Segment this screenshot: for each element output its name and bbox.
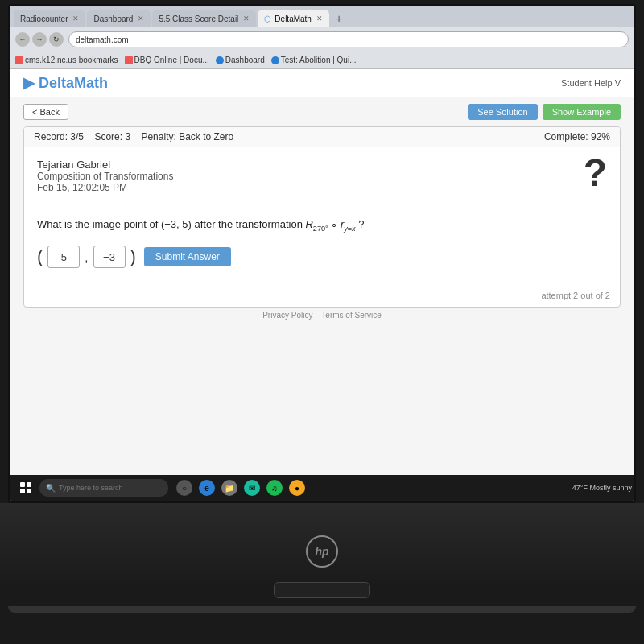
answer-area: ( 5 , −3 ) Submit Answer — [37, 246, 607, 268]
address-bar-row: ← → ↻ deltamath.com — [10, 27, 634, 52]
record-bar: Record: 3/5 Score: 3 Penalty: Back to Ze… — [24, 127, 620, 147]
tab-bar: Radiocounter ✕ Dashboard ✕ 5.5 Class Sco… — [10, 6, 634, 27]
show-example-button[interactable]: Show Example — [543, 104, 621, 120]
paren-left: ( — [37, 246, 43, 267]
penalty-value: Penalty: Back to Zero — [141, 131, 233, 142]
weather-text: 47°F Mostly sunny — [572, 484, 632, 492]
logo-delta: ▶ — [23, 75, 39, 91]
bookmark-test[interactable]: Test: Abolition | Qui... — [271, 56, 357, 64]
help-icon[interactable]: ? — [584, 151, 607, 200]
taskbar-browser-icon[interactable]: e — [199, 480, 215, 496]
answer-val-2: −3 — [103, 251, 115, 263]
action-buttons: See Solution Show Example — [468, 104, 621, 120]
tab-deltamath[interactable]: ⬡ DeltaMath ✕ — [258, 10, 329, 27]
start-button[interactable] — [17, 479, 35, 497]
taskbar-icons: ○ e 📁 ✉ ♫ ● — [176, 480, 305, 496]
answer-box-y[interactable]: −3 — [93, 246, 126, 268]
attempt-text: attempt 2 out of 2 — [24, 287, 620, 307]
question-text-pre: What is the image point of (−3, 5) after… — [37, 218, 305, 230]
tab-class-score[interactable]: 5.5 Class Score Detail ✕ — [152, 10, 256, 27]
bookmark-label: Dashboard — [225, 56, 265, 64]
taskbar-mail-icon[interactable]: ✉ — [244, 480, 260, 496]
touchpad[interactable] — [274, 582, 370, 598]
top-actions-row: < Back See Solution Show Example — [23, 104, 621, 120]
bookmark-label: DBQ Online | Docu... — [134, 56, 209, 64]
problem-divider — [37, 208, 607, 208]
tab-favicon: ⬡ — [264, 14, 271, 23]
student-help-link[interactable]: Student Help V — [561, 78, 621, 88]
laptop-bottom-edge — [8, 606, 636, 613]
taskbar-search-input[interactable] — [59, 484, 155, 492]
tab-close-icon[interactable]: ✕ — [138, 14, 144, 23]
problem-card: Record: 3/5 Score: 3 Penalty: Back to Ze… — [23, 126, 621, 308]
bookmark-dbq[interactable]: DBQ Online | Docu... — [125, 56, 209, 64]
windows-pane — [20, 489, 25, 493]
logo-text: DeltaMath — [39, 75, 108, 91]
bookmark-cms[interactable]: cms.k12.nc.us bookmarks — [15, 56, 118, 64]
windows-pane — [20, 482, 25, 487]
complete-text: Complete: 92% — [544, 131, 610, 142]
page-content: ▶ DeltaMath Student Help V < Back See So… — [10, 69, 634, 475]
problem-question: What is the image point of (−3, 5) after… — [37, 217, 607, 234]
back-button[interactable]: < Back — [23, 104, 68, 120]
windows-pane — [27, 482, 31, 487]
privacy-link[interactable]: Privacy Policy — [262, 311, 312, 320]
see-solution-button[interactable]: See Solution — [468, 104, 537, 120]
address-text: deltamath.com — [76, 35, 129, 44]
windows-icon — [20, 482, 31, 493]
site-logo: ▶ DeltaMath — [23, 74, 108, 92]
tab-dashboard[interactable]: Dashboard ✕ — [87, 10, 151, 27]
new-tab-button[interactable]: + — [331, 10, 347, 27]
hp-logo: hp — [306, 535, 338, 568]
bookmarks-bar: cms.k12.nc.us bookmarks DBQ Online | Doc… — [10, 52, 634, 69]
transformation-notation: R270° ∘ ry=x — [305, 218, 358, 230]
answer-box-x[interactable]: 5 — [47, 246, 80, 268]
record-value: Record: 3/5 — [34, 131, 84, 142]
paren-right: ) — [130, 246, 136, 267]
site-header: ▶ DeltaMath Student Help V — [10, 69, 634, 97]
student-help-text: Student Help V — [561, 78, 621, 88]
bookmark-icon — [216, 56, 224, 64]
submit-answer-button[interactable]: Submit Answer — [144, 247, 231, 266]
taskbar-cortana-icon[interactable]: ○ — [176, 480, 192, 496]
laptop-base: hp — [0, 503, 644, 644]
tab-label: 5.5 Class Score Detail — [159, 14, 238, 23]
tab-label: DeltaMath — [275, 14, 312, 23]
score-value: Score: 3 — [94, 131, 130, 142]
taskbar-search[interactable]: 🔍 — [39, 479, 168, 497]
terms-link[interactable]: Terms of Service — [321, 311, 381, 320]
problem-body: Tejarian Gabriel Composition of Transfor… — [24, 147, 620, 287]
tab-close-icon[interactable]: ✕ — [243, 14, 250, 23]
tab-radiocounter[interactable]: Radiocounter ✕ — [14, 10, 85, 27]
windows-pane — [27, 489, 31, 493]
student-info: Tejarian Gabriel Composition of Transfor… — [37, 159, 173, 193]
taskbar-app-icon[interactable]: ● — [289, 480, 305, 496]
back-nav-button[interactable]: ← — [15, 32, 30, 47]
tab-close-icon[interactable]: ✕ — [316, 14, 323, 23]
answer-val-1: 5 — [61, 251, 67, 263]
student-name: Tejarian Gabriel — [37, 159, 173, 171]
main-content: < Back See Solution Show Example Record:… — [10, 97, 634, 475]
bookmark-icon — [125, 56, 133, 64]
taskbar-right: 47°F Mostly sunny — [572, 484, 632, 492]
address-bar[interactable]: deltamath.com — [68, 31, 629, 47]
bookmark-icon — [271, 56, 279, 64]
bookmark-label: Test: Abolition | Qui... — [281, 56, 357, 64]
taskbar-files-icon[interactable]: 📁 — [221, 480, 237, 496]
record-score-text: Record: 3/5 Score: 3 Penalty: Back to Ze… — [34, 131, 233, 142]
subject-line: Composition of Transformations — [37, 171, 173, 182]
page-footer: Privacy Policy Terms of Service — [23, 308, 621, 323]
forward-nav-button[interactable]: → — [32, 32, 47, 47]
comma-separator: , — [85, 250, 88, 264]
bookmark-icon — [15, 56, 23, 64]
reload-button[interactable]: ↻ — [49, 32, 64, 47]
tab-close-icon[interactable]: ✕ — [72, 14, 79, 23]
tab-label: Radiocounter — [20, 14, 68, 23]
question-text-post: ? — [358, 218, 364, 230]
search-icon: 🔍 — [46, 484, 56, 493]
taskbar-spotify-icon[interactable]: ♫ — [266, 480, 283, 496]
taskbar: 🔍 ○ e 📁 ✉ ♫ ● 47°F Mostly sunny — [10, 475, 636, 501]
date-line: Feb 15, 12:02:05 PM — [37, 182, 173, 193]
bookmark-label: cms.k12.nc.us bookmarks — [25, 56, 118, 64]
bookmark-dashboard[interactable]: Dashboard — [216, 56, 265, 64]
